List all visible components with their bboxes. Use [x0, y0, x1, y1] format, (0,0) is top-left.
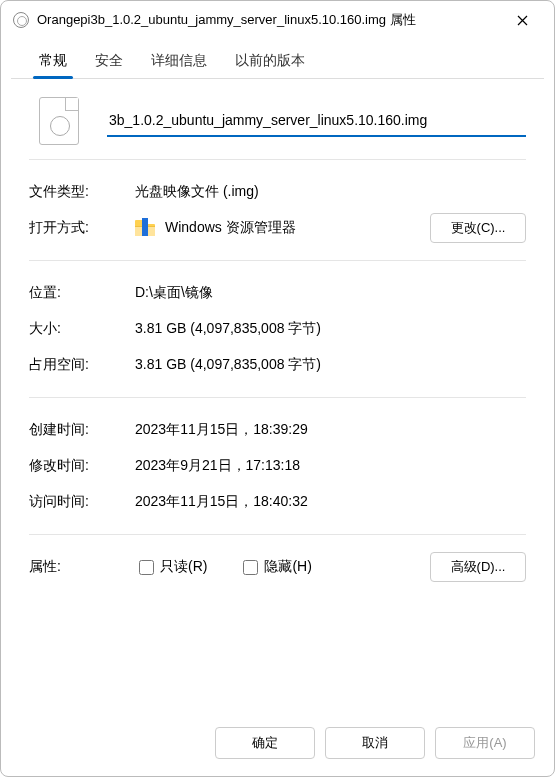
readonly-label: 只读(R) [160, 558, 207, 576]
label-filetype: 文件类型: [29, 183, 135, 201]
openwith-text: Windows 资源管理器 [165, 219, 296, 235]
value-location: D:\桌面\镜像 [135, 284, 526, 302]
apply-button[interactable]: 应用(A) [435, 727, 535, 759]
separator [29, 534, 526, 535]
label-size: 大小: [29, 320, 135, 338]
value-modified: 2023年9月21日，17:13:18 [135, 457, 526, 475]
tab-details[interactable]: 详细信息 [137, 44, 221, 78]
disc-image-icon [13, 12, 29, 28]
label-sizeondisk: 占用空间: [29, 356, 135, 374]
label-attributes: 属性: [29, 558, 135, 576]
readonly-checkbox[interactable]: 只读(R) [139, 558, 207, 576]
change-button[interactable]: 更改(C)... [430, 213, 526, 243]
label-modified: 修改时间: [29, 457, 135, 475]
filename-input[interactable] [107, 105, 526, 137]
tab-strip: 常规 安全 详细信息 以前的版本 [11, 43, 544, 79]
window-title: Orangepi3b_1.0.2_ubuntu_jammy_server_lin… [37, 11, 494, 29]
close-button[interactable] [502, 6, 542, 34]
value-filetype: 光盘映像文件 (.img) [135, 183, 526, 201]
hidden-label: 隐藏(H) [264, 558, 311, 576]
dialog-footer: 确定 取消 应用(A) [0, 713, 555, 777]
advanced-button[interactable]: 高级(D)... [430, 552, 526, 582]
cancel-button[interactable]: 取消 [325, 727, 425, 759]
separator [29, 397, 526, 398]
title-bar: Orangepi3b_1.0.2_ubuntu_jammy_server_lin… [1, 1, 554, 39]
label-location: 位置: [29, 284, 135, 302]
label-accessed: 访问时间: [29, 493, 135, 511]
value-created: 2023年11月15日，18:39:29 [135, 421, 526, 439]
separator [29, 159, 526, 160]
tab-previous-versions[interactable]: 以前的版本 [221, 44, 319, 78]
hidden-input[interactable] [243, 560, 258, 575]
value-sizeondisk: 3.81 GB (4,097,835,008 字节) [135, 356, 526, 374]
label-openwith: 打开方式: [29, 219, 135, 237]
tab-general[interactable]: 常规 [25, 44, 81, 78]
separator [29, 260, 526, 261]
value-accessed: 2023年11月15日，18:40:32 [135, 493, 526, 511]
ok-button[interactable]: 确定 [215, 727, 315, 759]
value-size: 3.81 GB (4,097,835,008 字节) [135, 320, 526, 338]
readonly-input[interactable] [139, 560, 154, 575]
tab-security[interactable]: 安全 [81, 44, 137, 78]
explorer-icon [135, 220, 155, 236]
hidden-checkbox[interactable]: 隐藏(H) [243, 558, 311, 576]
value-openwith: Windows 资源管理器 [135, 219, 430, 237]
general-panel: 文件类型: 光盘映像文件 (.img) 打开方式: Windows 资源管理器 … [1, 79, 554, 593]
file-type-icon [39, 97, 79, 145]
label-created: 创建时间: [29, 421, 135, 439]
